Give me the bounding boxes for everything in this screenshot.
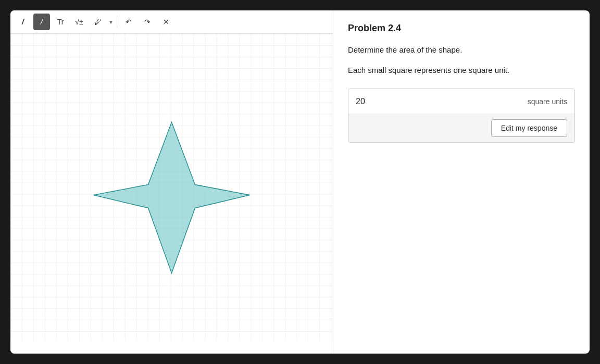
problem-title: Problem 2.4	[348, 23, 575, 34]
answer-value: 20	[356, 97, 528, 106]
highlight-icon: 🖊	[94, 18, 102, 26]
left-panel: / / Tr √± 🖊 ▼ ↶ ↷	[10, 10, 333, 354]
highlight-tool-button[interactable]: 🖊	[90, 14, 106, 30]
eraser-tool-button[interactable]: /	[33, 14, 50, 30]
problem-instruction: Determine the area of the shape.	[348, 44, 575, 56]
sqrt-icon: √±	[75, 18, 83, 26]
sqrt-tool-button[interactable]: √±	[71, 14, 88, 30]
undo-icon: ↶	[126, 18, 132, 26]
grid-svg	[10, 34, 333, 354]
problem-sub-instruction: Each small square represents one square …	[348, 65, 575, 77]
right-panel: Problem 2.4 Determine the area of the sh…	[333, 10, 590, 354]
toolbar: / / Tr √± 🖊 ▼ ↶ ↷	[10, 10, 333, 34]
answer-unit: square units	[528, 97, 567, 106]
toolbar-separator-1	[117, 16, 117, 28]
text-tool-button[interactable]: Tr	[52, 14, 69, 30]
pencil-icon: /	[22, 18, 24, 26]
edit-response-button[interactable]: Edit my response	[491, 119, 567, 137]
canvas-area[interactable]	[10, 34, 333, 354]
undo-button[interactable]: ↶	[120, 14, 137, 30]
main-container: / / Tr √± 🖊 ▼ ↶ ↷	[10, 10, 590, 354]
close-button[interactable]: ✕	[158, 14, 174, 30]
redo-button[interactable]: ↷	[139, 14, 156, 30]
text-icon: Tr	[57, 18, 64, 26]
answer-section: 20 square units Edit my response	[348, 89, 575, 143]
highlight-dropdown[interactable]: ▼	[108, 19, 114, 25]
pencil-tool-button[interactable]: /	[15, 14, 31, 30]
close-icon: ✕	[163, 18, 169, 26]
edit-row: Edit my response	[348, 114, 574, 142]
answer-row: 20 square units	[348, 89, 574, 114]
chevron-down-icon: ▼	[108, 19, 114, 25]
eraser-icon: /	[41, 18, 43, 26]
redo-icon: ↷	[144, 18, 151, 26]
